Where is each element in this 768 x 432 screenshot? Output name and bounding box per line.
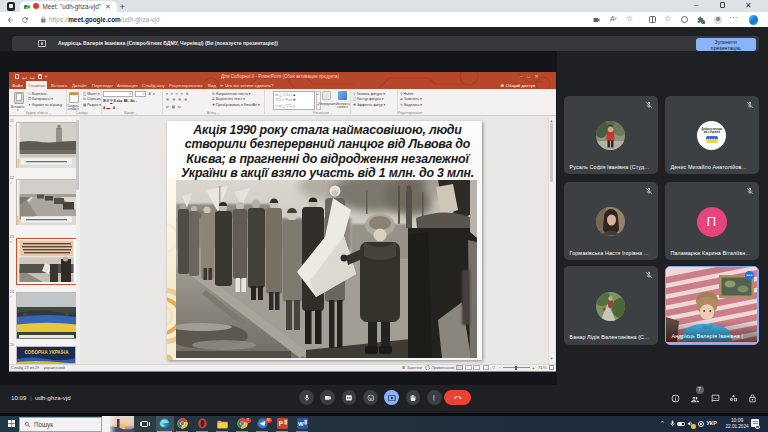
svg-text:P: P bbox=[279, 420, 284, 427]
svg-text:W: W bbox=[298, 421, 304, 427]
svg-text:СОБОРНА УКРАЇНА: СОБОРНА УКРАЇНА bbox=[24, 348, 69, 354]
